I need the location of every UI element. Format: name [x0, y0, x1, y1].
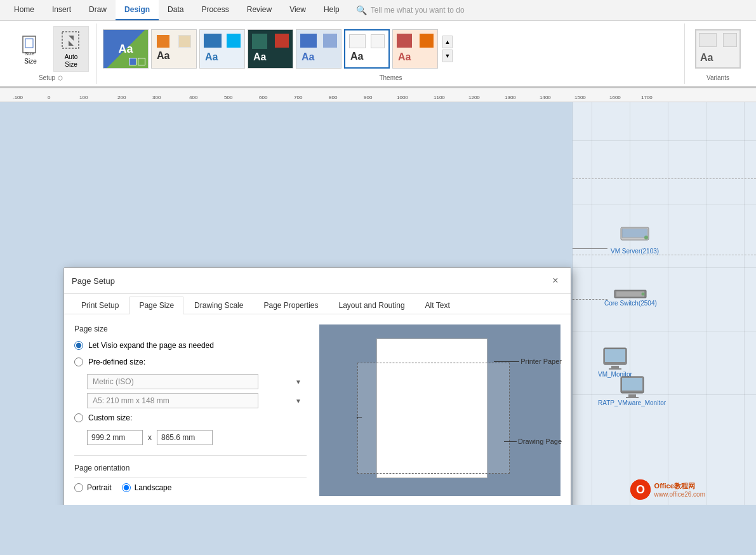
- svg-point-11: [642, 293, 645, 296]
- ruler: -100 0 100 200 300 400 500 600 700 800 9…: [0, 88, 756, 102]
- tab-view[interactable]: View: [281, 0, 315, 20]
- watermark: O Office教程网 www.office26.com: [630, 479, 705, 500]
- dialog-body: Page size Let Visio expand the page as n…: [64, 314, 571, 505]
- theme-label-2: Aa: [157, 50, 169, 62]
- predefined-selects: Metric (ISO) ▼ A5: 210 mm x 148 mm ▼: [87, 374, 307, 408]
- theme-label-6: Aa: [350, 51, 363, 62]
- dialog-left-panel: Page size Let Visio expand the page as n…: [74, 324, 307, 505]
- size-x-separator: x: [148, 433, 152, 442]
- canvas-area: VM Server(2103) Core Switch(2504) VM_Mon…: [0, 102, 756, 505]
- printer-paper-val: 210 x 297 mm: [369, 504, 418, 505]
- tab-design[interactable]: Design: [116, 0, 159, 20]
- printer-paper-key: Printer paper:: [319, 504, 366, 505]
- category-select-wrapper: Metric (ISO) ▼: [87, 374, 307, 389]
- portrait-label[interactable]: Portrait: [87, 483, 112, 492]
- dialog-close-button[interactable]: ×: [548, 273, 563, 288]
- theme-item-7[interactable]: Aa: [392, 29, 438, 69]
- auto-size-icon: [60, 29, 83, 52]
- tab-drawing-scale[interactable]: Drawing Scale: [185, 297, 253, 314]
- themes-scroll-up[interactable]: ▲: [442, 36, 453, 48]
- svg-rect-7: [622, 229, 647, 237]
- theme-label-7: Aa: [398, 51, 411, 63]
- tab-page-size[interactable]: Page Size: [129, 297, 183, 314]
- svg-text:Size: Size: [25, 51, 35, 57]
- size-button[interactable]: Size Size: [13, 30, 48, 68]
- drawing-page-label: Drawing Page: [518, 438, 562, 445]
- auto-size-label: AutoSize: [65, 53, 78, 69]
- radio-custom-label[interactable]: Custom size:: [88, 413, 132, 422]
- left-arrow: ←: [355, 412, 364, 422]
- search-icon: 🔍: [356, 5, 367, 15]
- svg-rect-10: [616, 291, 644, 297]
- ratp-monitor-element[interactable]: RATP_VMware_Monitor: [598, 375, 666, 406]
- variants-group-label: Variants: [706, 74, 729, 81]
- theme-item-2[interactable]: Aa: [151, 29, 197, 69]
- theme-label-5: Aa: [302, 51, 314, 63]
- dialog-title-bar: Page Setup ×: [64, 268, 571, 294]
- printer-paper-label-area: Printer Paper: [494, 358, 562, 365]
- auto-size-button[interactable]: AutoSize: [53, 26, 89, 72]
- theme-item-5[interactable]: Aa: [296, 29, 342, 69]
- ratp-monitor-label: RATP_VMware_Monitor: [598, 399, 666, 406]
- search-placeholder: Tell me what you want to do: [371, 6, 465, 15]
- tab-page-properties[interactable]: Page Properties: [254, 297, 328, 314]
- page-preview: Printer Paper Drawing Page ←: [319, 324, 560, 496]
- svg-rect-15: [609, 368, 621, 370]
- custom-height-input[interactable]: [157, 430, 213, 445]
- themes-scroll-down[interactable]: ▼: [442, 50, 453, 62]
- page-info: Printer paper: 210 x 297 mm (Portrait) D…: [319, 504, 560, 505]
- vm-server-element[interactable]: VM Server(2103): [611, 226, 659, 255]
- tab-insert[interactable]: Insert: [43, 0, 80, 20]
- theme-item-4[interactable]: Aa: [248, 29, 293, 69]
- custom-size-row: x: [87, 430, 307, 445]
- tab-review[interactable]: Review: [238, 0, 281, 20]
- size-label: Size: [24, 58, 36, 65]
- tab-home[interactable]: Home: [5, 0, 43, 20]
- setup-group-label: Setup: [39, 74, 55, 81]
- radio-expand-input[interactable]: [74, 341, 83, 350]
- svg-rect-3: [62, 32, 79, 48]
- svg-marker-4: [69, 36, 74, 41]
- printer-paper-orient: (Portrait): [531, 504, 560, 505]
- portrait-radio[interactable]: [74, 483, 83, 492]
- theme-item-6[interactable]: Aa: [344, 29, 390, 69]
- dialog-title: Page Setup: [72, 276, 115, 286]
- theme-item-3[interactable]: Aa: [199, 29, 245, 69]
- custom-width-input[interactable]: [87, 430, 143, 445]
- radio-expand: Let Visio expand the page as needed: [74, 341, 307, 350]
- theme-label-4: Aa: [253, 51, 266, 63]
- tab-help[interactable]: Help: [315, 0, 348, 20]
- vm-server-label: VM Server(2103): [611, 248, 659, 255]
- radio-custom-input[interactable]: [74, 413, 83, 422]
- theme-label-1: Aa: [118, 43, 133, 56]
- landscape-label[interactable]: Landscape: [135, 483, 172, 492]
- radio-predefined-input[interactable]: [74, 358, 83, 366]
- tab-layout-routing[interactable]: Layout and Routing: [329, 297, 414, 314]
- dialog-right-panel: Printer Paper Drawing Page ← P: [319, 324, 560, 505]
- tab-alt-text[interactable]: Alt Text: [416, 297, 460, 314]
- ribbon: Home Insert Draw Design Data Process Rev…: [0, 0, 756, 88]
- watermark-text: Office教程网 www.office26.com: [654, 481, 705, 498]
- category-select-arrow: ▼: [295, 378, 302, 385]
- setup-expand-icon[interactable]: ⬡: [58, 75, 63, 81]
- vm-monitor-element[interactable]: VM_Monitor: [598, 347, 632, 378]
- ribbon-tab-bar: Home Insert Draw Design Data Process Rev…: [0, 0, 756, 21]
- tab-data[interactable]: Data: [159, 0, 192, 20]
- core-switch-element[interactable]: Core Switch(2504): [604, 290, 657, 307]
- landscape-option: Landscape: [122, 483, 172, 492]
- page-orientation-section: Page orientation Portrait Landscape: [74, 455, 307, 492]
- variant-item[interactable]: Aa: [695, 29, 741, 69]
- tab-process[interactable]: Process: [192, 0, 237, 20]
- connect-line-2: [573, 299, 607, 300]
- radio-predefined-label[interactable]: Pre-defined size:: [88, 358, 145, 366]
- size-select[interactable]: A5: 210 mm x 148 mm: [87, 393, 258, 408]
- svg-text:O: O: [636, 483, 645, 496]
- category-select[interactable]: Metric (ISO): [87, 374, 258, 389]
- radio-custom: Custom size:: [74, 413, 307, 422]
- radio-expand-label[interactable]: Let Visio expand the page as needed: [88, 341, 214, 350]
- theme-item-1[interactable]: Aa: [103, 29, 149, 69]
- tab-print-setup[interactable]: Print Setup: [72, 297, 128, 314]
- watermark-logo: O: [630, 479, 651, 500]
- tab-draw[interactable]: Draw: [80, 0, 116, 20]
- landscape-radio[interactable]: [122, 483, 131, 492]
